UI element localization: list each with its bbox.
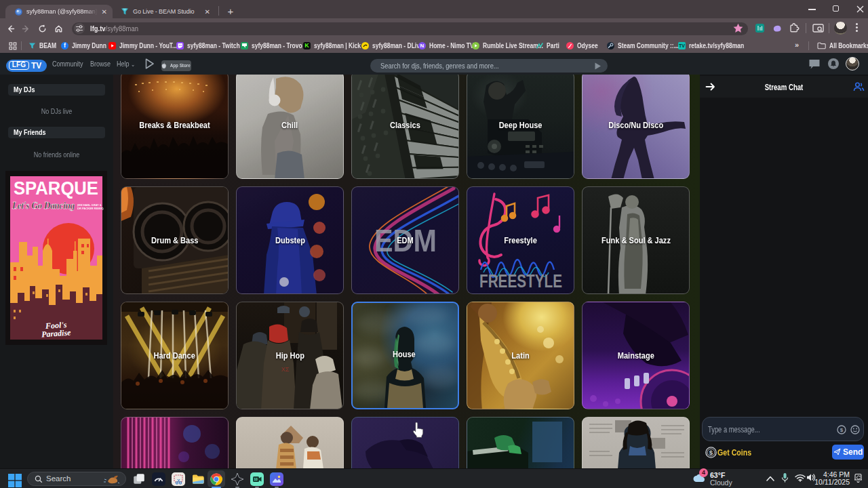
svg-text:$: $ — [709, 449, 713, 456]
svg-text:Let's Go Dancing: Let's Go Dancing — [12, 199, 75, 211]
svg-text:SPARQUE: SPARQUE — [14, 178, 98, 199]
svg-text:10: 10 — [254, 477, 258, 481]
svg-text:DR PACKER REMIX): DR PACKER REMIX) — [77, 207, 104, 210]
svg-text:$: $ — [840, 427, 844, 433]
